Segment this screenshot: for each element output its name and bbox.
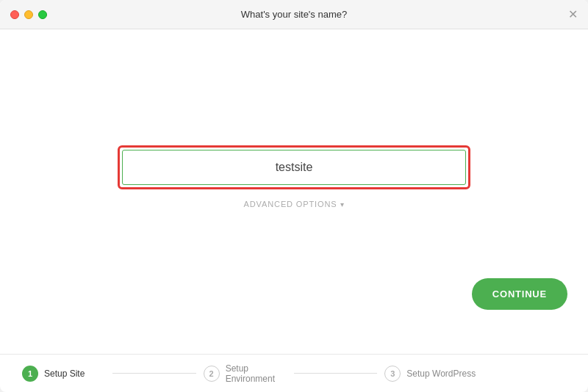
close-traffic-light[interactable] [10, 10, 19, 19]
step-3-label: Setup WordPress [406, 369, 476, 379]
step-connector-1 [112, 373, 196, 374]
advanced-options-toggle[interactable]: ADVANCED OPTIONS ▾ [244, 200, 345, 208]
step-1-number: 1 [22, 366, 38, 382]
continue-button[interactable]: CONTINUE [472, 278, 567, 310]
main-content: ADVANCED OPTIONS ▾ CONTINUE [0, 29, 588, 354]
site-name-input-wrapper [118, 145, 470, 189]
advanced-options-label: ADVANCED OPTIONS [244, 200, 337, 208]
step-1: 1 Setup Site [22, 366, 105, 382]
step-1-label: Setup Site [44, 369, 85, 379]
steps-footer: 1 Setup Site 2 Setup Environment 3 Setup… [0, 354, 588, 392]
dialog-title: What's your site's name? [241, 9, 347, 20]
step-2-wrapper: 2 Setup Environment [204, 363, 385, 384]
step-connector-2 [294, 373, 377, 374]
step-2: 2 Setup Environment [204, 363, 287, 384]
step-3: 3 Setup WordPress [384, 366, 566, 382]
traffic-lights [10, 10, 47, 19]
maximize-traffic-light[interactable] [38, 10, 47, 19]
site-name-input[interactable] [122, 150, 466, 185]
title-bar: What's your site's name? ✕ [0, 0, 588, 29]
step-3-number: 3 [384, 366, 401, 382]
step-1-wrapper: 1 Setup Site [22, 366, 204, 382]
app-window: What's your site's name? ✕ ADVANCED OPTI… [0, 0, 588, 392]
step-3-wrapper: 3 Setup WordPress [384, 366, 566, 382]
minimize-traffic-light[interactable] [24, 10, 33, 19]
chevron-down-icon: ▾ [340, 200, 345, 208]
close-icon[interactable]: ✕ [568, 9, 578, 21]
step-2-label: Setup Environment [226, 363, 287, 384]
site-name-section: ADVANCED OPTIONS ▾ [118, 145, 470, 208]
step-2-number: 2 [204, 366, 220, 382]
